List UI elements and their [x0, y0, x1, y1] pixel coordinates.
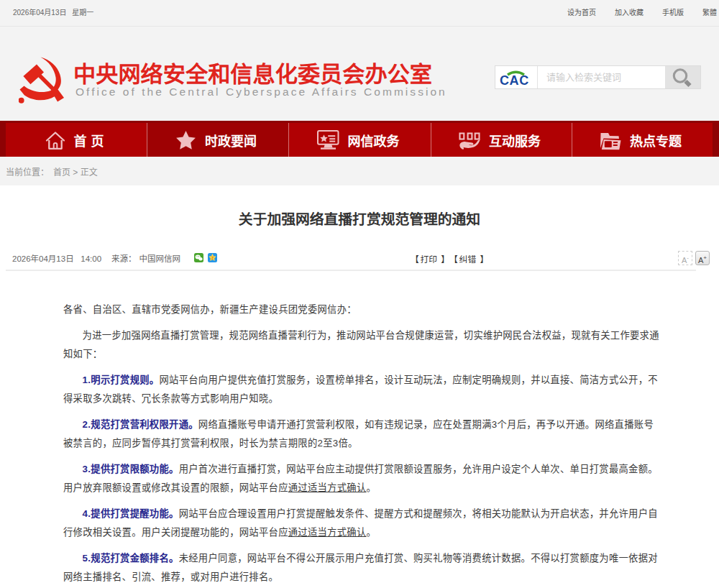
- svg-text:CAC: CAC: [500, 73, 529, 88]
